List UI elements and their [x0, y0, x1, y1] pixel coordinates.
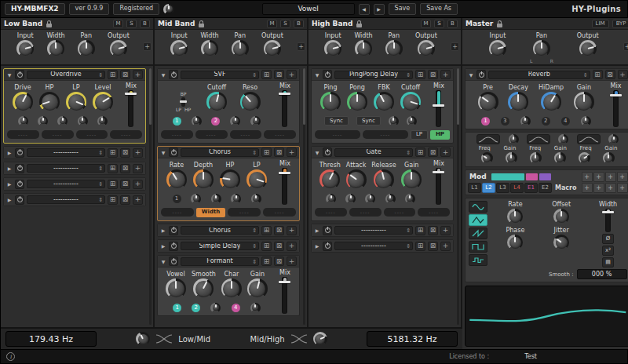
matrix-icon[interactable]: ⊞ [261, 70, 272, 79]
knob-decay[interactable] [508, 92, 528, 112]
low-crossover-knob[interactable] [136, 332, 150, 346]
mute-button[interactable]: M [421, 20, 431, 28]
knob-smooth[interactable] [193, 278, 214, 299]
mix-slider[interactable] [282, 277, 287, 314]
macro-slot-button[interactable]: + [605, 183, 616, 193]
power-button[interactable] [15, 164, 24, 173]
knob-lp[interactable] [66, 92, 86, 112]
mod-badge-1[interactable]: 1 [173, 304, 181, 312]
mod-amount-knob[interactable] [191, 194, 201, 204]
effect-selector[interactable]: Simple Delay⇕ [181, 242, 259, 250]
mod-amount-knob[interactable] [326, 194, 336, 204]
preset-prev-button[interactable]: ◀ [359, 4, 370, 15]
macro-slot-button[interactable]: + [593, 172, 604, 182]
move-icon[interactable]: + [287, 147, 297, 157]
power-button[interactable] [15, 148, 24, 158]
move-icon[interactable]: + [133, 164, 143, 173]
knob-ping[interactable] [320, 92, 341, 112]
collapse-icon[interactable]: ▼ [468, 72, 474, 78]
clear-icon[interactable]: ⊠ [120, 195, 130, 205]
knob-pong[interactable] [347, 92, 367, 112]
solo-button[interactable]: S [434, 20, 444, 28]
waveform-button-square[interactable] [469, 241, 487, 253]
knob-lp[interactable] [246, 169, 267, 190]
io-options-button[interactable]: + [623, 42, 628, 51]
effect-selector[interactable]: Chorus⇕ [181, 148, 259, 157]
mod-amount-knob[interactable] [250, 116, 261, 126]
clear-icon[interactable]: ⊠ [274, 257, 284, 266]
knob-gain[interactable] [247, 278, 268, 299]
mod-slot-pill[interactable]: ---- [110, 130, 142, 139]
knob-cutoff[interactable] [400, 92, 421, 112]
eq-curve-display[interactable] [527, 134, 550, 144]
power-button[interactable] [323, 70, 332, 79]
matrix-icon[interactable]: ⊞ [415, 70, 425, 79]
save-as-button[interactable]: Save As [420, 3, 458, 15]
width-button[interactable]: Width [196, 208, 225, 217]
knob-input[interactable] [170, 40, 188, 57]
collapse-icon[interactable]: ▶ [160, 243, 166, 249]
power-button[interactable] [476, 70, 486, 79]
clear-icon[interactable]: ⊠ [274, 147, 284, 157]
effect-selector[interactable]: -----------⇕ [334, 226, 413, 235]
mod-badge-2[interactable]: 2 [211, 117, 220, 126]
collapse-icon[interactable]: ▶ [6, 150, 13, 155]
mix-slider[interactable] [282, 90, 287, 127]
lim-button[interactable]: LIM [592, 20, 609, 28]
mod-slot-pill[interactable]: ---- [195, 130, 228, 139]
effect-selector[interactable]: -----------⇕ [334, 242, 413, 250]
smooth-value-display[interactable]: 000 % [577, 269, 627, 279]
mod-slot-pill[interactable]: ---- [349, 208, 382, 217]
mod-amount-knob[interactable] [407, 116, 417, 126]
lock-icon[interactable] [496, 20, 503, 27]
mod-amount-knob[interactable] [520, 116, 531, 126]
slots-scrollbar[interactable] [303, 68, 305, 325]
lp-button[interactable]: LP [411, 130, 428, 140]
move-icon[interactable]: + [440, 226, 451, 235]
collapse-icon[interactable]: ▶ [160, 228, 166, 233]
solo-button[interactable]: S [126, 20, 137, 28]
mod-slot-pill[interactable]: ---- [161, 130, 193, 139]
io-options-button[interactable]: + [143, 42, 152, 51]
collapse-icon[interactable]: ▼ [314, 72, 320, 78]
knob-fbk[interactable] [374, 92, 394, 112]
eq-band-knob[interactable] [509, 134, 519, 144]
macro-slot-button[interactable]: + [617, 183, 628, 193]
mod-slot-pill[interactable]: ---- [315, 130, 360, 139]
waveform-button-steps[interactable] [469, 254, 487, 266]
mod-badge-4[interactable]: 4 [232, 304, 240, 312]
move-icon[interactable]: + [287, 226, 297, 235]
slots-scrollbar[interactable] [457, 68, 459, 325]
effect-selector[interactable]: -----------⇕ [27, 180, 105, 188]
mod-tab-l2[interactable]: L2 [482, 183, 495, 193]
mod-slot-pill[interactable]: ---- [7, 130, 39, 139]
bypass-button[interactable]: B [447, 20, 458, 28]
mod-amount-knob[interactable] [57, 116, 68, 126]
mod-slot-pill[interactable]: ---- [263, 208, 296, 217]
eq-freq-knob[interactable] [530, 152, 542, 164]
power-button[interactable] [15, 70, 24, 79]
mod-badge-3[interactable]: 3 [501, 117, 509, 126]
mix-slider[interactable] [613, 90, 619, 127]
knob-drive[interactable] [13, 92, 33, 112]
eq-gain-knob[interactable] [506, 152, 517, 164]
collapse-icon[interactable]: ▶ [6, 166, 13, 171]
sync-button[interactable]: Sync [356, 116, 381, 126]
info-icon[interactable]: i [6, 352, 15, 361]
eq-gain-knob[interactable] [554, 152, 566, 164]
collapse-icon[interactable]: ▼ [160, 259, 166, 264]
matrix-icon[interactable]: ⊞ [108, 164, 118, 173]
eq-gain-knob[interactable] [603, 152, 615, 164]
filter-type-slider[interactable] [181, 97, 185, 107]
mod-badge-2[interactable]: 2 [192, 304, 200, 312]
knob-vowel[interactable] [166, 278, 186, 299]
mod-slot-pill[interactable]: ---- [228, 208, 261, 217]
matrix-icon[interactable]: ⊞ [261, 147, 272, 157]
mod-slot-pill[interactable]: ---- [264, 130, 296, 139]
mod-slot-pill[interactable]: ---- [315, 208, 347, 217]
lock-icon[interactable] [46, 20, 53, 27]
knob-gain[interactable] [574, 92, 594, 112]
eq-curve-display[interactable] [476, 134, 500, 144]
mix-slider[interactable] [128, 90, 133, 127]
knob-hp[interactable] [39, 92, 60, 112]
